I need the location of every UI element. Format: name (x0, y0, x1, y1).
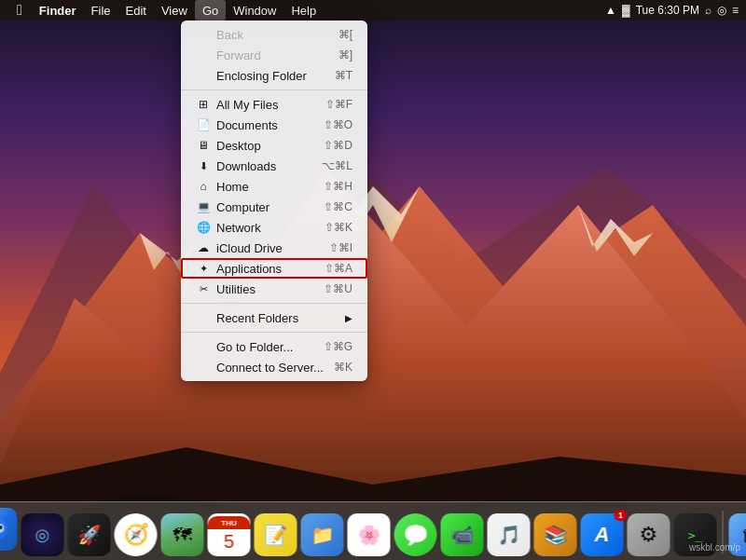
menu-item-home[interactable]: ⌂ Home ⇧⌘H (181, 176, 367, 197)
menu-item-network[interactable]: 🌐 Network ⇧⌘K (181, 217, 367, 238)
clock: Tue 6:30 PM (636, 4, 699, 17)
desktop-background (0, 0, 746, 560)
apple-menu-item[interactable]:  (7, 0, 32, 20)
menu-item-recent-folders[interactable]: Recent Folders ▶ (181, 307, 367, 328)
desktop-shortcut: ⇧⌘D (324, 139, 352, 152)
menu-item-utilities[interactable]: ✂ Utilities ⇧⌘U (181, 279, 367, 299)
all-files-label: All My Files (216, 98, 278, 112)
dock-item-books[interactable]: 📚 (534, 513, 577, 556)
dock-item-appstore[interactable]: A 1 (581, 513, 624, 556)
back-label: Back (216, 28, 243, 42)
menubar:  Finder File Edit View Go Window Help ▲… (0, 0, 746, 20)
menu-item-computer[interactable]: 💻 Computer ⇧⌘C (181, 197, 367, 217)
goto-folder-icon (196, 339, 211, 354)
dock-item-photos[interactable]: 🌸 (348, 513, 391, 556)
home-label: Home (216, 180, 249, 194)
utilities-shortcut: ⇧⌘U (324, 282, 352, 295)
menu-item-applications[interactable]: ✦ Applications ⇧⌘A (181, 258, 367, 279)
menu-item-connect[interactable]: Connect to Server... ⌘K (181, 357, 367, 377)
home-icon: ⌂ (196, 179, 211, 194)
dock-item-notes[interactable]: 📝 (255, 513, 297, 556)
menu-item-all-my-files[interactable]: ⊞ All My Files ⇧⌘F (181, 94, 367, 115)
downloads-icon: ⬇ (196, 158, 211, 173)
menu-item-icloud[interactable]: ☁ iCloud Drive ⇧⌘I (181, 238, 367, 258)
utilities-icon: ✂ (196, 281, 211, 296)
network-label: Network (216, 221, 261, 235)
dock-item-launchpad[interactable]: 🚀 (68, 513, 111, 556)
forward-label: Forward (216, 48, 261, 62)
dock-item-sysprefs[interactable]: ⚙ (628, 513, 670, 556)
calendar-icon: THU 5 (208, 513, 251, 556)
all-files-icon: ⊞ (196, 97, 211, 112)
desktop:  Finder File Edit View Go Window Help ▲… (0, 0, 746, 560)
photos-icon: 🌸 (348, 513, 391, 556)
maps-icon: 🗺 (161, 513, 204, 556)
control-center-icon[interactable]: ≡ (732, 4, 739, 17)
notes-icon: 📝 (255, 513, 297, 556)
dock-item-finder[interactable] (0, 508, 18, 556)
go-dropdown-menu: Back ⌘[ Forward ⌘] Enclosing Folder ⌘T ⊞ (181, 20, 367, 381)
file-menu-item[interactable]: File (84, 0, 118, 20)
icloud-icon: ☁ (196, 240, 211, 255)
menubar-left:  Finder File Edit View Go Window Help (7, 0, 324, 20)
dock-item-maps[interactable]: 🗺 (161, 513, 204, 556)
go-menu-item[interactable]: Go (195, 0, 226, 20)
music-icon: 🎵 (488, 513, 531, 556)
enclosing-icon (196, 68, 211, 83)
goto-folder-shortcut: ⇧⌘G (324, 340, 352, 353)
separator-2 (181, 303, 367, 304)
dock-item-siri[interactable]: ◎ (21, 513, 64, 556)
facetime-icon: 📹 (441, 513, 484, 556)
forward-icon (196, 48, 211, 62)
search-icon[interactable]: ⌕ (705, 4, 711, 17)
messages-icon: 💬 (394, 513, 437, 556)
appstore-badge: 1 (615, 510, 628, 521)
dock-item-calendar[interactable]: THU 5 (208, 513, 251, 556)
enclosing-label: Enclosing Folder (216, 69, 307, 83)
finder-icon (0, 508, 18, 551)
menu-item-downloads[interactable]: ⬇ Downloads ⌥⌘L (181, 156, 367, 176)
watermark: wskbl.com/p (689, 542, 740, 553)
files-icon: 📁 (301, 513, 344, 556)
menubar-right: ▲ ▓ Tue 6:30 PM ⌕ ◎ ≡ (605, 4, 739, 17)
menu-item-enclosing[interactable]: Enclosing Folder ⌘T (181, 65, 367, 86)
view-menu-item[interactable]: View (154, 0, 195, 20)
menu-item-back[interactable]: Back ⌘[ (181, 24, 367, 45)
help-menu-item[interactable]: Help (283, 0, 324, 20)
computer-shortcut: ⇧⌘C (324, 200, 352, 213)
menu-item-goto-folder[interactable]: Go to Folder... ⇧⌘G (181, 336, 367, 357)
dock-item-music[interactable]: 🎵 (488, 513, 531, 556)
applications-icon: ✦ (196, 261, 211, 276)
documents-icon: 📄 (196, 117, 211, 132)
window-menu-item[interactable]: Window (226, 0, 283, 20)
dock-item-safari[interactable]: 🧭 (115, 513, 158, 556)
battery-icon: ▓ (622, 4, 630, 17)
books-icon: 📚 (534, 513, 577, 556)
separator-3 (181, 332, 367, 333)
finder-menu-item[interactable]: Finder (32, 0, 84, 20)
menu-item-documents[interactable]: 📄 Documents ⇧⌘O (181, 115, 367, 135)
applications-label: Applications (216, 262, 282, 276)
connect-label: Connect to Server... (216, 361, 324, 375)
recent-folders-label: Recent Folders (216, 311, 298, 325)
network-icon: 🌐 (196, 220, 211, 235)
desktop-icon: 🖥 (196, 138, 211, 153)
safari-icon: 🧭 (115, 513, 158, 556)
documents-shortcut: ⇧⌘O (324, 118, 352, 131)
sysprefs-icon: ⚙ (628, 513, 670, 556)
downloads-label: Downloads (216, 159, 276, 173)
connect-shortcut: ⌘K (334, 361, 352, 374)
edit-menu-item[interactable]: Edit (118, 0, 154, 20)
dock-item-files[interactable]: 📁 (301, 513, 344, 556)
menu-item-forward[interactable]: Forward ⌘] (181, 45, 367, 65)
goto-folder-label: Go to Folder... (216, 340, 293, 354)
dock: ◎ 🚀 🧭 🗺 THU 5 (0, 501, 746, 560)
back-icon (196, 27, 211, 42)
applications-shortcut: ⇧⌘A (325, 262, 352, 275)
dock-item-messages[interactable]: 💬 (394, 513, 437, 556)
wifi-icon: ▲ (605, 4, 616, 17)
siri-icon: ◎ (21, 513, 64, 556)
menu-item-desktop[interactable]: 🖥 Desktop ⇧⌘D (181, 135, 367, 156)
dock-item-facetime[interactable]: 📹 (441, 513, 484, 556)
siri-icon[interactable]: ◎ (717, 4, 726, 17)
